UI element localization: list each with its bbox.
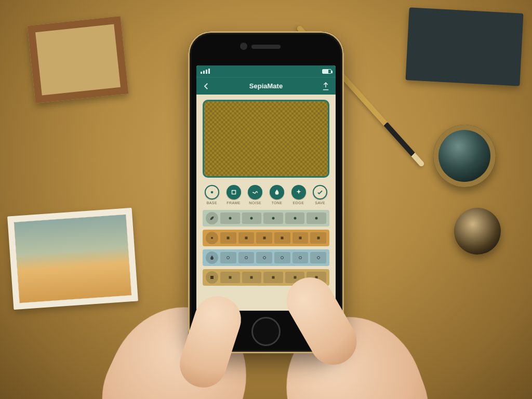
svg-rect-11 bbox=[281, 237, 284, 240]
tool-button[interactable] bbox=[256, 252, 272, 263]
check-icon bbox=[313, 185, 327, 200]
svg-rect-10 bbox=[263, 237, 265, 240]
svg-point-17 bbox=[281, 257, 284, 259]
svg-point-19 bbox=[317, 257, 320, 259]
tool-button[interactable] bbox=[220, 232, 236, 244]
tool-button[interactable] bbox=[310, 232, 326, 244]
chip-label: BASE bbox=[207, 201, 217, 205]
svg-rect-22 bbox=[250, 276, 253, 279]
drop-icon bbox=[270, 185, 284, 200]
chip-label: SAVE bbox=[315, 201, 325, 205]
tool-button[interactable] bbox=[285, 212, 305, 224]
svg-rect-1 bbox=[232, 191, 235, 194]
tool-button[interactable] bbox=[274, 252, 290, 263]
svg-point-16 bbox=[263, 257, 265, 259]
chip-label: EDGE bbox=[293, 201, 304, 205]
svg-rect-12 bbox=[299, 237, 302, 240]
tool-button[interactable] bbox=[238, 232, 255, 244]
home-button[interactable] bbox=[251, 317, 281, 346]
filter-chip-frame[interactable]: FRAME bbox=[224, 184, 243, 206]
tool-button[interactable] bbox=[256, 232, 272, 244]
tool-button[interactable] bbox=[263, 272, 283, 283]
app-title: SepiaMate bbox=[249, 82, 283, 90]
tool-button[interactable] bbox=[220, 252, 236, 263]
tool-row-tint bbox=[203, 210, 329, 227]
chip-label: NOISE bbox=[249, 201, 261, 205]
tool-row-cool bbox=[203, 249, 329, 266]
svg-point-14 bbox=[227, 257, 230, 259]
square-icon bbox=[206, 271, 218, 284]
filter-chip-tone[interactable]: TONE bbox=[268, 184, 286, 206]
app-header: SepiaMate bbox=[196, 77, 336, 95]
tool-button[interactable] bbox=[242, 212, 262, 224]
svg-point-2 bbox=[229, 217, 231, 220]
tool-button[interactable] bbox=[310, 252, 326, 263]
svg-point-3 bbox=[250, 217, 253, 220]
phone-speaker bbox=[251, 45, 281, 49]
filter-chip-base[interactable]: BASE bbox=[203, 184, 221, 206]
wave-icon bbox=[248, 185, 262, 200]
sun-icon bbox=[206, 232, 218, 244]
notebook-prop bbox=[405, 7, 523, 86]
leaf-icon bbox=[206, 212, 218, 224]
svg-point-15 bbox=[245, 257, 248, 259]
image-preview[interactable] bbox=[203, 100, 329, 178]
spark-icon bbox=[291, 185, 306, 200]
svg-rect-8 bbox=[227, 237, 230, 240]
signal-icon bbox=[201, 69, 210, 74]
drop-icon bbox=[206, 251, 218, 264]
filter-chip-noise[interactable]: NOISE bbox=[246, 184, 264, 206]
tool-button[interactable] bbox=[292, 232, 309, 244]
chip-label: TONE bbox=[271, 201, 282, 205]
svg-rect-23 bbox=[272, 276, 274, 279]
battery-icon bbox=[322, 69, 331, 74]
svg-rect-13 bbox=[317, 237, 320, 240]
filter-chip-edge[interactable]: EDGE bbox=[289, 184, 308, 206]
phone-front-camera bbox=[240, 43, 247, 50]
filter-chip-save[interactable]: SAVE bbox=[311, 184, 329, 206]
polaroid-prop bbox=[7, 208, 138, 310]
svg-point-0 bbox=[210, 191, 213, 194]
sun-icon bbox=[205, 185, 219, 200]
tool-button[interactable] bbox=[263, 212, 283, 224]
tool-button[interactable] bbox=[238, 252, 255, 263]
brass-knob-prop bbox=[454, 208, 501, 255]
tool-button[interactable] bbox=[274, 232, 290, 244]
picture-frame-prop bbox=[28, 16, 129, 103]
tool-button[interactable] bbox=[242, 272, 262, 283]
tool-row-warm bbox=[203, 230, 329, 246]
filter-chip-row: BASE FRAME NOISE TONE bbox=[196, 182, 336, 207]
svg-rect-24 bbox=[294, 276, 296, 279]
camera-lens-prop bbox=[433, 125, 496, 187]
tool-button[interactable] bbox=[220, 212, 240, 224]
svg-rect-9 bbox=[245, 237, 248, 240]
svg-point-6 bbox=[315, 217, 318, 220]
export-icon[interactable] bbox=[321, 82, 330, 91]
tool-button[interactable] bbox=[292, 252, 309, 263]
svg-point-18 bbox=[299, 257, 302, 259]
svg-rect-21 bbox=[229, 276, 231, 279]
tool-button[interactable] bbox=[220, 272, 240, 283]
chip-label: FRAME bbox=[227, 201, 241, 205]
app-screen: SepiaMate BASE FRAME bbox=[196, 65, 336, 311]
tool-rows bbox=[196, 207, 336, 286]
back-icon[interactable] bbox=[202, 82, 211, 91]
svg-rect-20 bbox=[210, 276, 214, 279]
status-bar bbox=[196, 65, 336, 77]
svg-point-7 bbox=[211, 237, 213, 239]
svg-point-4 bbox=[272, 217, 274, 220]
tool-button[interactable] bbox=[307, 212, 326, 224]
svg-point-5 bbox=[294, 217, 296, 220]
square-icon bbox=[227, 185, 241, 200]
